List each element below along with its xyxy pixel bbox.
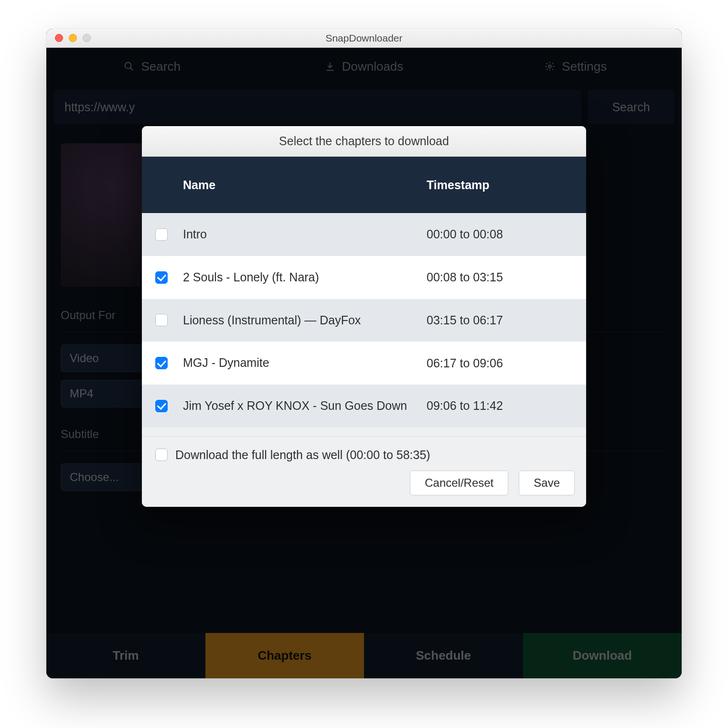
full-length-label: Download the full length as well (00:00 … [175,448,430,462]
app-body: Search Downloads Settings Search [46,48,682,678]
chapter-name: 2 Souls - Lonely (ft. Nara) [183,269,427,286]
titlebar: SnapDownloader [46,29,682,48]
chapter-timestamp: 00:00 to 00:08 [427,227,570,241]
chapter-row[interactable]: MGJ - Dynamite06:17 to 09:06 [142,342,586,385]
chapter-name: Jim Yosef x ROY KNOX - Sun Goes Down [183,398,427,414]
app-window: SnapDownloader Search Downloads [46,29,682,678]
chapter-name: Intro [183,226,427,243]
chapter-checkbox[interactable] [155,271,168,284]
chapter-name: Lioness (Instrumental) — DayFox [183,312,427,329]
chapter-timestamp: 03:15 to 06:17 [427,313,570,327]
traffic-lights [46,34,91,42]
full-length-checkbox[interactable] [155,449,168,461]
chapter-timestamp: 06:17 to 09:06 [427,356,570,370]
zoom-window-icon[interactable] [83,34,91,42]
cancel-button[interactable]: Cancel/Reset [410,471,508,495]
window-title: SnapDownloader [46,32,682,44]
chapter-row[interactable]: 2 Souls - Lonely (ft. Nara)00:08 to 03:1… [142,256,586,299]
chapter-checkbox[interactable] [155,357,168,369]
minimize-window-icon[interactable] [69,34,77,42]
chapter-checkbox[interactable] [155,400,168,412]
chapter-row[interactable]: Jim Yosef x ROY KNOX - Sun Goes Down09:0… [142,385,586,428]
save-button[interactable]: Save [519,471,575,495]
chapter-row[interactable]: Intro00:00 to 00:08 [142,213,586,256]
chapter-checkbox[interactable] [155,228,168,241]
chapters-modal: Select the chapters to download Name Tim… [142,126,586,507]
chapter-row[interactable]: Lioness (Instrumental) — DayFox03:15 to … [142,299,586,342]
chapter-checkbox[interactable] [155,314,168,326]
col-name-header: Name [183,178,427,192]
chapters-table-header: Name Timestamp [142,157,586,213]
modal-title: Select the chapters to download [142,126,586,157]
close-window-icon[interactable] [55,34,63,42]
col-timestamp-header: Timestamp [427,178,570,192]
modal-footer: Download the full length as well (00:00 … [142,436,586,507]
chapter-timestamp: 09:06 to 11:42 [427,399,570,413]
chapter-timestamp: 00:08 to 03:15 [427,270,570,284]
chapters-rows: Intro00:00 to 00:082 Souls - Lonely (ft.… [142,213,586,428]
chapter-name: MGJ - Dynamite [183,355,427,371]
